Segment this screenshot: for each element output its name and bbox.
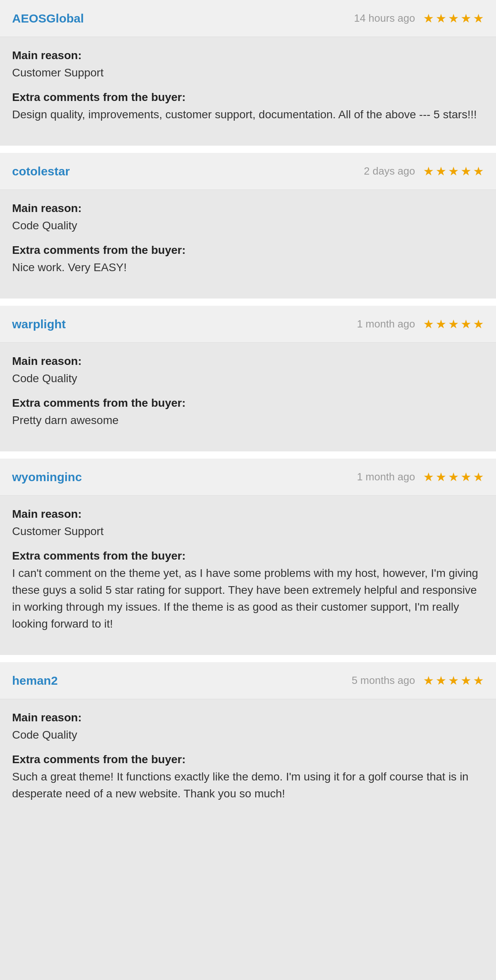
review-block: wyominginc 1 month ago ★★★★★ Main reason… <box>0 459 496 647</box>
main-reason-text: Code Quality <box>12 372 77 385</box>
review-meta: 14 hours ago ★★★★★ <box>354 11 484 25</box>
star-icon: ★ <box>423 164 434 178</box>
main-reason-label: Main reason: <box>12 202 484 215</box>
star-icon: ★ <box>473 317 484 331</box>
reviewer-username[interactable]: AEOSGlobal <box>12 12 84 25</box>
star-rating: ★★★★★ <box>423 317 484 331</box>
star-icon: ★ <box>423 11 434 25</box>
star-icon: ★ <box>436 317 446 331</box>
extra-comments-text: Pretty darn awesome <box>12 414 119 426</box>
review-block: AEOSGlobal 14 hours ago ★★★★★ Main reaso… <box>0 0 496 138</box>
review-block: cotolestar 2 days ago ★★★★★ Main reason:… <box>0 153 496 290</box>
extra-comments-text: I can't comment on the theme yet, as I h… <box>12 567 478 630</box>
review-separator <box>0 451 496 459</box>
main-reason-text: Customer Support <box>12 66 103 79</box>
extra-comments-label: Extra comments from the buyer: <box>12 91 484 104</box>
extra-comments-label: Extra comments from the buyer: <box>12 397 484 410</box>
main-reason-label: Main reason: <box>12 711 484 724</box>
reviews-list: AEOSGlobal 14 hours ago ★★★★★ Main reaso… <box>0 0 496 817</box>
review-header: AEOSGlobal 14 hours ago ★★★★★ <box>0 0 496 37</box>
star-icon: ★ <box>473 11 484 25</box>
reviewer-username[interactable]: cotolestar <box>12 165 70 178</box>
main-reason-label: Main reason: <box>12 49 484 62</box>
star-icon: ★ <box>461 164 471 178</box>
star-icon: ★ <box>448 164 459 178</box>
star-icon: ★ <box>436 470 446 484</box>
review-meta: 1 month ago ★★★★★ <box>357 470 484 484</box>
review-time: 5 months ago <box>351 674 415 687</box>
star-icon: ★ <box>473 673 484 688</box>
review-separator <box>0 146 496 153</box>
extra-comments-label: Extra comments from the buyer: <box>12 244 484 257</box>
review-meta: 1 month ago ★★★★★ <box>357 317 484 331</box>
review-meta: 2 days ago ★★★★★ <box>364 164 484 178</box>
reviewer-username[interactable]: wyominginc <box>12 470 82 484</box>
main-reason-text: Code Quality <box>12 219 77 232</box>
main-reason-section: Main reason: Code Quality <box>12 202 484 234</box>
star-icon: ★ <box>461 470 471 484</box>
review-block: warplight 1 month ago ★★★★★ Main reason:… <box>0 306 496 443</box>
main-reason-section: Main reason: Code Quality <box>12 355 484 387</box>
main-reason-section: Main reason: Customer Support <box>12 49 484 81</box>
extra-comments-section: Extra comments from the buyer: I can't c… <box>12 550 484 632</box>
review-body: Main reason: Customer Support Extra comm… <box>0 37 496 138</box>
extra-comments-text: Design quality, improvements, customer s… <box>12 108 477 121</box>
review-time: 1 month ago <box>357 318 415 330</box>
star-icon: ★ <box>461 673 471 688</box>
review-body: Main reason: Code Quality Extra comments… <box>0 343 496 443</box>
review-meta: 5 months ago ★★★★★ <box>351 673 484 688</box>
review-separator <box>0 299 496 306</box>
extra-comments-section: Extra comments from the buyer: Design qu… <box>12 91 484 123</box>
review-header: heman2 5 months ago ★★★★★ <box>0 662 496 699</box>
star-icon: ★ <box>448 470 459 484</box>
main-reason-section: Main reason: Customer Support <box>12 508 484 540</box>
star-rating: ★★★★★ <box>423 673 484 688</box>
star-icon: ★ <box>436 164 446 178</box>
extra-comments-text: Such a great theme! It functions exactly… <box>12 770 469 800</box>
star-icon: ★ <box>423 673 434 688</box>
star-icon: ★ <box>448 317 459 331</box>
extra-comments-label: Extra comments from the buyer: <box>12 753 484 766</box>
star-icon: ★ <box>473 470 484 484</box>
extra-comments-section: Extra comments from the buyer: Pretty da… <box>12 397 484 429</box>
review-header: wyominginc 1 month ago ★★★★★ <box>0 459 496 496</box>
extra-comments-text: Nice work. Very EASY! <box>12 261 127 274</box>
review-block: heman2 5 months ago ★★★★★ Main reason: C… <box>0 662 496 817</box>
star-rating: ★★★★★ <box>423 470 484 484</box>
extra-comments-label: Extra comments from the buyer: <box>12 550 484 562</box>
star-rating: ★★★★★ <box>423 164 484 178</box>
review-time: 14 hours ago <box>354 12 415 25</box>
review-time: 2 days ago <box>364 165 415 177</box>
star-icon: ★ <box>448 673 459 688</box>
star-rating: ★★★★★ <box>423 11 484 25</box>
main-reason-text: Customer Support <box>12 525 103 537</box>
review-header: warplight 1 month ago ★★★★★ <box>0 306 496 343</box>
star-icon: ★ <box>461 317 471 331</box>
star-icon: ★ <box>436 11 446 25</box>
star-icon: ★ <box>436 673 446 688</box>
review-body: Main reason: Code Quality Extra comments… <box>0 699 496 817</box>
star-icon: ★ <box>423 470 434 484</box>
extra-comments-section: Extra comments from the buyer: Nice work… <box>12 244 484 276</box>
star-icon: ★ <box>473 164 484 178</box>
review-body: Main reason: Code Quality Extra comments… <box>0 190 496 290</box>
main-reason-section: Main reason: Code Quality <box>12 711 484 743</box>
main-reason-label: Main reason: <box>12 355 484 368</box>
main-reason-label: Main reason: <box>12 508 484 521</box>
review-body: Main reason: Customer Support Extra comm… <box>0 496 496 647</box>
star-icon: ★ <box>448 11 459 25</box>
main-reason-text: Code Quality <box>12 729 77 741</box>
review-separator <box>0 655 496 662</box>
star-icon: ★ <box>461 11 471 25</box>
reviewer-username[interactable]: heman2 <box>12 674 58 688</box>
review-header: cotolestar 2 days ago ★★★★★ <box>0 153 496 190</box>
star-icon: ★ <box>423 317 434 331</box>
reviewer-username[interactable]: warplight <box>12 317 66 331</box>
extra-comments-section: Extra comments from the buyer: Such a gr… <box>12 753 484 802</box>
review-time: 1 month ago <box>357 471 415 483</box>
